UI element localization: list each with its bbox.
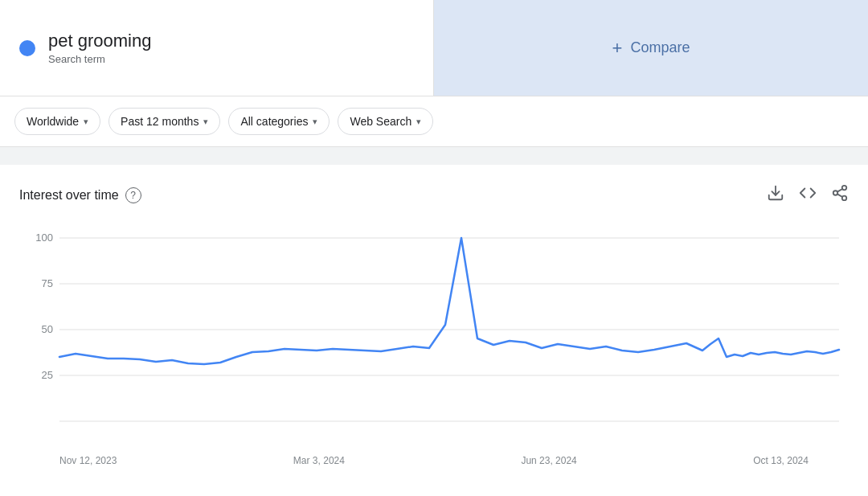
compare-plus-icon: + (612, 38, 623, 59)
chart-actions (767, 184, 849, 206)
svg-line-5 (837, 189, 842, 192)
download-icon[interactable] (767, 184, 784, 206)
svg-text:100: 100 (35, 232, 53, 244)
svg-line-4 (837, 194, 842, 197)
chevron-down-icon: ▾ (203, 117, 208, 127)
filter-region-label: Worldwide (27, 115, 79, 128)
compare-label: Compare (630, 39, 690, 56)
chart-section: Interest over time ? 100 75 50 (0, 165, 868, 471)
chart-header: Interest over time ? (19, 184, 849, 206)
filter-search-type-label: Web Search (350, 115, 411, 128)
share-icon[interactable] (831, 184, 849, 206)
x-label-4: Oct 13, 2024 (753, 455, 809, 466)
x-label-3: Jun 23, 2024 (521, 455, 576, 466)
term-name: pet grooming (48, 31, 151, 51)
filter-period[interactable]: Past 12 months ▾ (108, 108, 220, 135)
svg-text:50: 50 (42, 323, 53, 335)
chart-title: Interest over time (19, 188, 119, 203)
x-axis-labels: Nov 12, 2023 Mar 3, 2024 Jun 23, 2024 Oc… (19, 450, 849, 466)
top-bar: pet grooming Search term + Compare (0, 0, 868, 96)
embed-icon[interactable] (799, 184, 817, 206)
svg-text:25: 25 (42, 369, 53, 381)
chart-area: 100 75 50 25 Nov 12, 2023 Mar 3, 2024 Ju… (19, 222, 849, 471)
filter-search-type[interactable]: Web Search ▾ (338, 108, 433, 135)
search-term-box: pet grooming Search term (0, 0, 434, 96)
interest-over-time-chart: 100 75 50 25 (19, 222, 849, 447)
compare-button[interactable]: + Compare (434, 0, 868, 96)
x-label-1: Nov 12, 2023 (59, 455, 117, 466)
help-icon[interactable]: ? (125, 187, 141, 203)
term-subtitle: Search term (48, 53, 151, 65)
chevron-down-icon: ▾ (313, 117, 317, 127)
search-term-text: pet grooming Search term (48, 31, 151, 65)
x-label-2: Mar 3, 2024 (293, 455, 345, 466)
filters-bar: Worldwide ▾ Past 12 months ▾ All categor… (0, 96, 868, 147)
svg-text:75: 75 (42, 277, 53, 289)
chart-title-area: Interest over time ? (19, 187, 141, 203)
filter-category-label: All categories (240, 115, 308, 128)
filter-region[interactable]: Worldwide ▾ (14, 108, 100, 135)
filter-period-label: Past 12 months (121, 115, 199, 128)
filter-category[interactable]: All categories ▾ (228, 108, 330, 135)
chevron-down-icon: ▾ (84, 117, 88, 127)
chevron-down-icon: ▾ (416, 117, 421, 127)
spacer-bar (0, 147, 868, 165)
term-dot (19, 40, 35, 56)
trend-line (59, 238, 839, 364)
